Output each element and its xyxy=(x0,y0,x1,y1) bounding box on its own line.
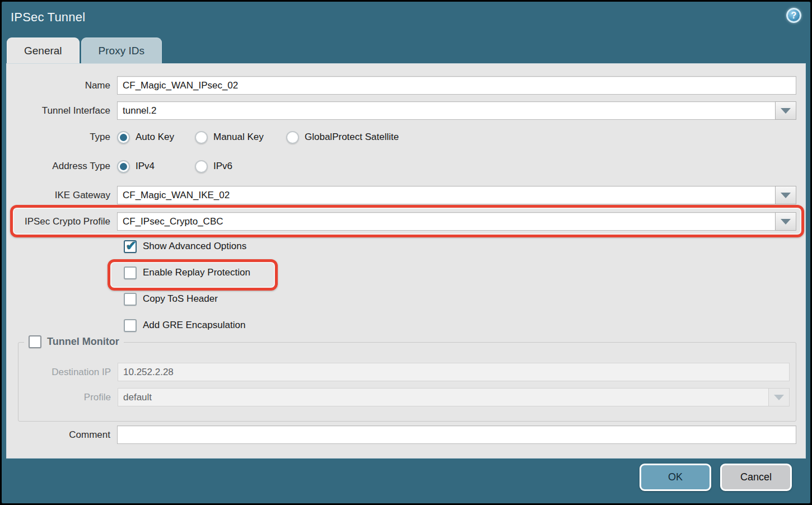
dialog-titlebar: IPSec Tunnel ? xyxy=(2,2,810,38)
profile-label: Profile xyxy=(18,392,118,403)
address-type-label: Address Type xyxy=(7,161,117,172)
radio-selected-icon xyxy=(117,160,130,173)
radio-selected-icon xyxy=(117,131,130,144)
chevron-down-icon xyxy=(774,395,784,400)
comment-label: Comment xyxy=(7,429,117,441)
help-icon[interactable]: ? xyxy=(786,8,801,23)
ipsec-crypto-profile-dropdown-button[interactable] xyxy=(775,212,796,231)
radio-ipv6-label: IPv6 xyxy=(213,161,232,172)
name-label: Name xyxy=(7,80,117,91)
name-input[interactable] xyxy=(117,76,796,95)
chevron-down-icon xyxy=(781,108,791,114)
radio-ipv6[interactable]: IPv6 xyxy=(195,160,232,173)
enable-replay-protection-checkbox[interactable]: Enable Replay Protection xyxy=(124,266,250,279)
ike-gateway-dropdown-button[interactable] xyxy=(775,186,796,204)
copy-tos-header-row: Copy ToS Header xyxy=(7,292,796,306)
tunnel-monitor-legend: Tunnel Monitor xyxy=(24,335,124,348)
tunnel-interface-label: Tunnel Interface xyxy=(7,105,117,116)
radio-auto-key[interactable]: Auto Key xyxy=(117,131,195,144)
radio-globalprotect-satellite[interactable]: GlobalProtect Satellite xyxy=(286,131,399,144)
tunnel-interface-input[interactable] xyxy=(117,101,776,120)
address-type-row: Address Type IPv4 IPv6 xyxy=(7,160,796,173)
ike-gateway-row: IKE Gateway xyxy=(7,186,796,204)
chevron-down-icon xyxy=(781,219,791,225)
show-advanced-options-label: Show Advanced Options xyxy=(143,241,246,252)
radio-unselected-icon xyxy=(195,160,208,173)
checkbox-unchecked-icon xyxy=(124,266,137,279)
ipsec-crypto-profile-label: IPSec Crypto Profile xyxy=(7,216,117,227)
comment-row: Comment xyxy=(7,425,796,444)
tab-general[interactable]: General xyxy=(7,38,80,64)
radio-globalprotect-satellite-label: GlobalProtect Satellite xyxy=(305,132,399,143)
tunnel-monitor-group: Tunnel Monitor Destination IP Profile xyxy=(18,342,796,422)
show-advanced-options-row: Show Advanced Options xyxy=(7,240,796,253)
enable-replay-protection-row: Enable Replay Protection xyxy=(7,266,796,279)
tunnel-interface-row: Tunnel Interface xyxy=(7,101,796,120)
ike-gateway-label: IKE Gateway xyxy=(7,190,117,201)
add-gre-encapsulation-checkbox[interactable]: Add GRE Encapsulation xyxy=(124,319,245,332)
radio-unselected-icon xyxy=(286,131,299,144)
chevron-down-icon xyxy=(781,193,791,198)
ike-gateway-input[interactable] xyxy=(117,186,776,204)
type-row: Type Auto Key Manual Key GlobalProtect S… xyxy=(7,130,796,144)
name-row: Name xyxy=(7,76,796,95)
radio-manual-key[interactable]: Manual Key xyxy=(195,131,286,144)
dialog-footer: OK Cancel xyxy=(2,455,810,503)
general-tab-panel: Name Tunnel Interface Type Auto Key xyxy=(6,63,806,459)
destination-ip-row: Destination IP xyxy=(18,363,790,381)
radio-ipv4-label: IPv4 xyxy=(136,161,155,172)
profile-input xyxy=(118,388,769,406)
radio-ipv4[interactable]: IPv4 xyxy=(117,160,195,173)
radio-auto-key-label: Auto Key xyxy=(136,132,174,143)
checkbox-checked-icon xyxy=(124,240,137,253)
destination-ip-label: Destination IP xyxy=(18,367,118,378)
ok-button[interactable]: OK xyxy=(640,464,711,491)
dialog-title: IPSec Tunnel xyxy=(11,10,85,25)
tunnel-interface-dropdown-button[interactable] xyxy=(775,101,796,120)
copy-tos-header-label: Copy ToS Header xyxy=(143,293,218,305)
tab-proxy-ids[interactable]: Proxy IDs xyxy=(81,38,162,64)
comment-input[interactable] xyxy=(117,425,796,444)
destination-ip-input xyxy=(118,363,790,381)
show-advanced-options-checkbox[interactable]: Show Advanced Options xyxy=(124,240,246,253)
tunnel-monitor-label: Tunnel Monitor xyxy=(47,336,119,348)
add-gre-encapsulation-label: Add GRE Encapsulation xyxy=(143,320,245,331)
add-gre-encapsulation-row: Add GRE Encapsulation xyxy=(7,319,796,332)
ipsec-crypto-profile-row: IPSec Crypto Profile xyxy=(7,212,796,231)
tunnel-monitor-checkbox[interactable] xyxy=(29,335,41,348)
profile-dropdown-button xyxy=(768,388,790,406)
type-label: Type xyxy=(7,132,117,143)
radio-unselected-icon xyxy=(195,131,208,144)
ipsec-crypto-profile-input[interactable] xyxy=(117,212,776,231)
radio-manual-key-label: Manual Key xyxy=(213,132,264,143)
tab-bar: General Proxy IDs xyxy=(7,38,162,64)
ipsec-tunnel-dialog: IPSec Tunnel ? General Proxy IDs Name Tu… xyxy=(0,0,812,505)
profile-row: Profile xyxy=(18,388,790,406)
enable-replay-protection-label: Enable Replay Protection xyxy=(143,267,250,278)
checkbox-unchecked-icon xyxy=(124,293,137,306)
copy-tos-header-checkbox[interactable]: Copy ToS Header xyxy=(124,293,218,306)
cancel-button[interactable]: Cancel xyxy=(720,464,792,491)
checkbox-unchecked-icon xyxy=(124,319,137,332)
